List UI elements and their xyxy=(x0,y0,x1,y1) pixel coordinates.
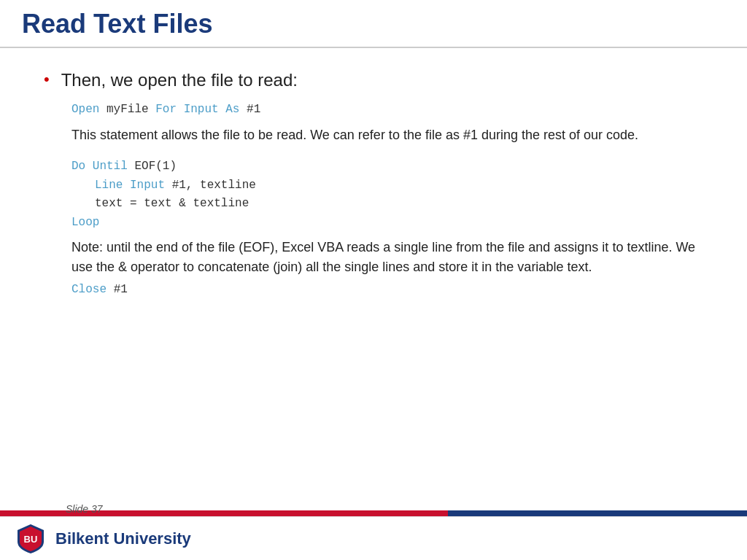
bullet-item: • Then, we open the file to read: xyxy=(44,69,703,92)
prose-1: This statement allows the file to be rea… xyxy=(71,125,703,144)
shield-icon: BU xyxy=(15,523,47,555)
code-plain-close: #1 xyxy=(114,283,128,296)
svg-text:BU: BU xyxy=(24,534,38,545)
code-kw-loop: Loop xyxy=(71,216,99,229)
university-logo: BU Bilkent University xyxy=(15,523,191,555)
footer-stripe xyxy=(0,510,747,516)
bullet-text: Then, we open the file to read: xyxy=(61,69,298,92)
code-kw-close: Close xyxy=(71,283,107,296)
code-plain-2: #1 xyxy=(247,103,260,116)
prose-2: Note: until the end of the file (EOF), E… xyxy=(71,238,703,276)
code-keyword-open: Open xyxy=(71,103,99,116)
page-title: Read Text Files xyxy=(22,9,725,39)
slide-number: Slide 37 xyxy=(66,503,103,515)
code-line-text: text = text & textline xyxy=(71,195,703,214)
code-plain-eof: EOF(1) xyxy=(134,160,177,173)
header: Read Text Files xyxy=(0,0,747,48)
code-kw-do: Do Until xyxy=(71,160,128,173)
university-name: Bilkent University xyxy=(55,529,191,548)
code-plain-1: myFile xyxy=(107,103,155,116)
code-block-2: Do Until EOF(1) Line Input #1, textline … xyxy=(71,158,703,232)
bullet-dot: • xyxy=(44,70,50,89)
code-line-do: Do Until EOF(1) xyxy=(71,158,703,176)
footer-bar: Slide 37 BU Bilkent University xyxy=(0,510,747,560)
code-plain-text: text = text & textline xyxy=(95,197,249,210)
code-line-loop: Loop xyxy=(71,214,703,233)
code-kw-line: Line Input xyxy=(95,179,165,192)
footer-content: BU Bilkent University xyxy=(0,516,747,560)
code-keyword-for: For Input As xyxy=(155,103,239,116)
code-line-input: Line Input #1, textline xyxy=(71,176,703,195)
main-content: • Then, we open the file to read: Open m… xyxy=(0,48,747,319)
code-block-3: Close #1 xyxy=(71,281,703,300)
code-block-1: Open myFile For Input As #1 xyxy=(71,101,703,120)
code-plain-input: #1, textline xyxy=(172,179,256,192)
